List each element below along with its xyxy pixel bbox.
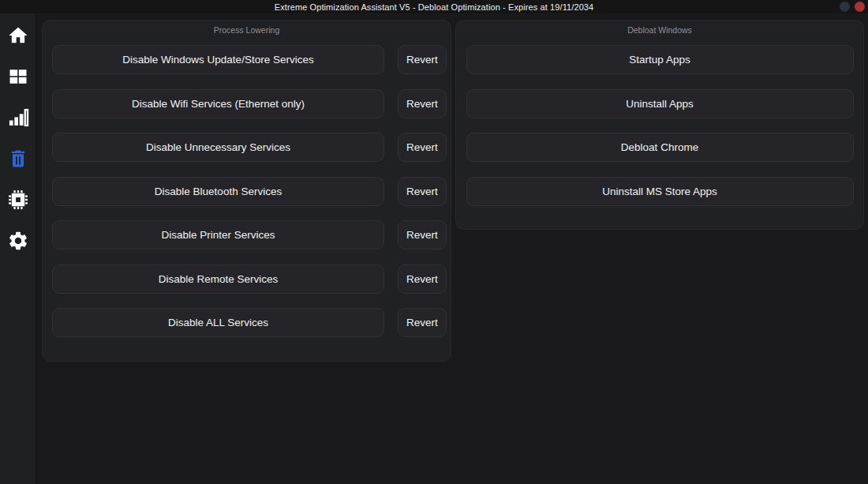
service-action-button[interactable]: Disable Printer Services	[52, 220, 384, 250]
title-bar: Extreme Optimization Assistant V5 - Debl…	[0, 0, 868, 13]
process-row: Disable Printer Services Revert	[43, 220, 451, 250]
windows-icon	[7, 66, 29, 88]
revert-button[interactable]: Revert	[398, 45, 447, 74]
sidebar-item-debloat[interactable]	[6, 146, 30, 171]
revert-button[interactable]: Revert	[398, 177, 447, 206]
sidebar-item-home[interactable]	[6, 23, 30, 47]
close-button[interactable]	[855, 2, 865, 12]
service-action-button[interactable]: Disable Bluetooth Services	[52, 177, 384, 206]
home-icon	[7, 24, 29, 47]
debloat-action-button[interactable]: Debloat Chrome	[466, 133, 854, 162]
debloat-windows-rows: Startup Apps Uninstall Apps Debloat Chro…	[456, 45, 863, 206]
sidebar-item-hardware[interactable]	[6, 187, 30, 212]
debloat-action-button[interactable]: Uninstall MS Store Apps	[466, 177, 854, 206]
window-title: Extreme Optimization Assistant V5 - Debl…	[275, 2, 594, 12]
revert-button[interactable]: Revert	[398, 89, 447, 118]
debloat-action-button[interactable]: Startup Apps	[466, 45, 854, 74]
window-controls	[840, 2, 865, 12]
debloat-windows-panel: Debloat Windows Startup Apps Uninstall A…	[455, 20, 864, 230]
debloat-windows-title: Debloat Windows	[456, 25, 863, 35]
process-row: Disable ALL Services Revert	[43, 308, 451, 337]
service-action-button[interactable]: Disable Wifi Services (Ethernet only)	[52, 89, 384, 118]
process-row: Disable Windows Update/Store Services Re…	[43, 45, 451, 74]
service-action-button[interactable]: Disable ALL Services	[52, 308, 384, 337]
settings-gear-icon	[7, 230, 29, 252]
sidebar-item-windows[interactable]	[6, 64, 30, 88]
process-lowering-panel: Process Lowering Disable Windows Update/…	[42, 20, 451, 362]
revert-button[interactable]: Revert	[398, 308, 447, 337]
sidebar	[0, 13, 36, 484]
debloat-action-button[interactable]: Uninstall Apps	[466, 89, 854, 118]
revert-button[interactable]: Revert	[398, 133, 447, 162]
service-action-button[interactable]: Disable Unnecessary Services	[52, 133, 384, 162]
service-action-button[interactable]: Disable Windows Update/Store Services	[52, 45, 384, 74]
sidebar-item-performance[interactable]	[6, 105, 30, 129]
process-lowering-rows: Disable Windows Update/Store Services Re…	[43, 45, 451, 337]
process-lowering-title: Process Lowering	[43, 25, 451, 35]
debloat-trash-icon	[7, 148, 29, 170]
process-row: Disable Remote Services Revert	[43, 265, 451, 294]
process-row: Disable Wifi Services (Ethernet only) Re…	[43, 89, 451, 118]
performance-chart-icon	[7, 107, 29, 129]
process-row: Disable Unnecessary Services Revert	[43, 133, 451, 162]
hardware-chip-icon	[7, 189, 29, 211]
process-row: Disable Bluetooth Services Revert	[43, 177, 451, 206]
minimize-button[interactable]	[840, 2, 850, 12]
revert-button[interactable]: Revert	[398, 220, 447, 250]
revert-button[interactable]: Revert	[398, 265, 447, 294]
service-action-button[interactable]: Disable Remote Services	[52, 265, 384, 294]
sidebar-item-settings[interactable]	[6, 228, 30, 253]
